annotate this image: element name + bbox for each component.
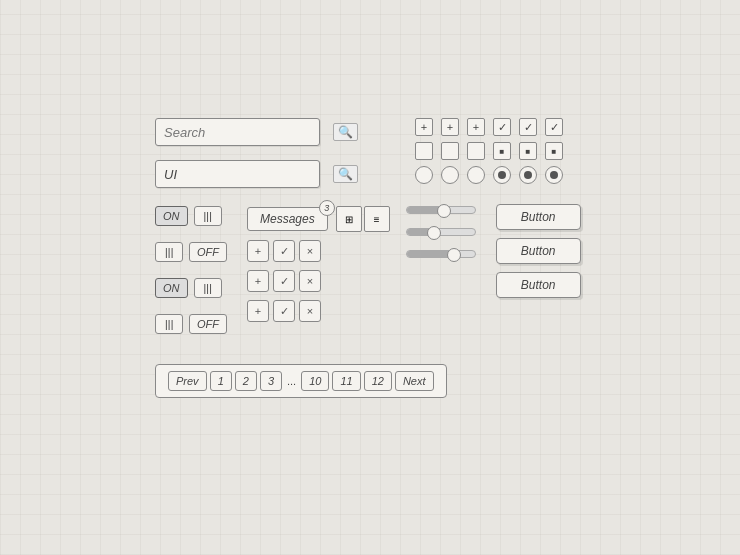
buttons-column: Button Button Button — [496, 204, 581, 298]
checkbox-row-1 — [415, 118, 567, 136]
checkbox-empty-1[interactable] — [415, 142, 433, 160]
toggle-row-3: ON ||| — [155, 278, 227, 298]
middle-row-2: + ✓ × — [247, 240, 390, 262]
search-input-wrapper[interactable]: 🔍 — [155, 118, 320, 146]
x-btn-2[interactable]: × — [299, 270, 321, 292]
action-btns-1: + ✓ × — [247, 240, 321, 262]
checkbox-plus-2[interactable] — [441, 118, 459, 136]
checkbox-empty-2[interactable] — [441, 142, 459, 160]
checkbox-row-2 — [415, 142, 567, 160]
main-container: 🔍 🔍 — [155, 118, 575, 398]
page-1[interactable]: 1 — [210, 371, 232, 391]
button-2[interactable]: Button — [496, 238, 581, 264]
search-icon-2[interactable]: 🔍 — [333, 165, 358, 183]
check-btn-3[interactable]: ✓ — [273, 300, 295, 322]
ui-input[interactable] — [164, 167, 333, 182]
toggle-off-4[interactable]: OFF — [189, 314, 227, 334]
page-ellipsis: ... — [285, 375, 298, 387]
x-btn-3[interactable]: × — [299, 300, 321, 322]
middle-section: Messages 3 ⊞ ≡ + ✓ × + ✓ — [247, 206, 390, 322]
x-btn-1[interactable]: × — [299, 240, 321, 262]
toggle-on-3[interactable]: ON — [155, 278, 188, 298]
action-btns-3: + ✓ × — [247, 300, 321, 322]
messages-label: Messages — [260, 212, 315, 226]
page-11[interactable]: 11 — [332, 371, 360, 391]
left-toggles: ON ||| ||| OFF ON ||| ||| OFF — [155, 206, 227, 342]
radio-dot-1[interactable] — [493, 166, 511, 184]
radio-empty-3[interactable] — [467, 166, 485, 184]
toggle-pipe-2[interactable]: ||| — [155, 242, 183, 262]
checkbox-plus-3[interactable] — [467, 118, 485, 136]
middle-row-1: Messages 3 ⊞ ≡ — [247, 206, 390, 232]
badge-count: 3 — [319, 200, 335, 216]
list-view-button[interactable]: ≡ — [364, 206, 390, 232]
search-icon[interactable]: 🔍 — [333, 123, 358, 141]
toggle-row-2: ||| OFF — [155, 242, 227, 262]
toggle-off-2[interactable]: OFF — [189, 242, 227, 262]
checkbox-sq-2[interactable] — [519, 142, 537, 160]
add-btn-3[interactable]: + — [247, 300, 269, 322]
checkbox-checked-1[interactable] — [493, 118, 511, 136]
middle-row-3: + ✓ × — [247, 270, 390, 292]
add-btn-1[interactable]: + — [247, 240, 269, 262]
row-inputs-checkboxes: 🔍 🔍 — [155, 118, 575, 196]
next-button[interactable]: Next — [395, 371, 434, 391]
checkbox-plus-1[interactable] — [415, 118, 433, 136]
checkbox-radio-section — [415, 118, 567, 184]
checkbox-sq-1[interactable] — [493, 142, 511, 160]
page-2[interactable]: 2 — [235, 371, 257, 391]
toggle-pipe-4[interactable]: ||| — [155, 314, 183, 334]
page-10[interactable]: 10 — [301, 371, 329, 391]
search-input[interactable] — [164, 125, 333, 140]
sliders-column — [406, 206, 476, 258]
radio-empty-1[interactable] — [415, 166, 433, 184]
radio-dot-3[interactable] — [545, 166, 563, 184]
button-3[interactable]: Button — [496, 272, 581, 298]
add-btn-2[interactable]: + — [247, 270, 269, 292]
ui-input-wrapper[interactable]: 🔍 — [155, 160, 320, 188]
radio-empty-2[interactable] — [441, 166, 459, 184]
messages-badge-button[interactable]: Messages 3 — [247, 207, 328, 231]
page-3[interactable]: 3 — [260, 371, 282, 391]
inputs-column: 🔍 🔍 — [155, 118, 320, 196]
row-controls: ON ||| ||| OFF ON ||| ||| OFF — [155, 206, 575, 342]
grid-view-button[interactable]: ⊞ — [336, 206, 362, 232]
middle-row-4: + ✓ × — [247, 300, 390, 322]
action-btns-2: + ✓ × — [247, 270, 321, 292]
radio-dot-2[interactable] — [519, 166, 537, 184]
checkbox-checked-3[interactable] — [545, 118, 563, 136]
toggle-row-1: ON ||| — [155, 206, 227, 226]
checkbox-sq-3[interactable] — [545, 142, 563, 160]
page-12[interactable]: 12 — [364, 371, 392, 391]
pagination: Prev 1 2 3 ... 10 11 12 Next — [155, 364, 447, 398]
checkbox-checked-2[interactable] — [519, 118, 537, 136]
radio-row — [415, 166, 567, 184]
toggle-on-1[interactable]: ON — [155, 206, 188, 226]
toggle-row-4: ||| OFF — [155, 314, 227, 334]
toggle-pipe-3[interactable]: ||| — [194, 278, 222, 298]
view-toggle-group: ⊞ ≡ — [336, 206, 390, 232]
prev-button[interactable]: Prev — [168, 371, 207, 391]
toggle-pipe-1[interactable]: ||| — [194, 206, 222, 226]
check-btn-1[interactable]: ✓ — [273, 240, 295, 262]
slider-3[interactable] — [406, 250, 476, 258]
slider-2[interactable] — [406, 228, 476, 236]
button-1[interactable]: Button — [496, 204, 581, 230]
checkbox-empty-3[interactable] — [467, 142, 485, 160]
slider-1[interactable] — [406, 206, 476, 214]
check-btn-2[interactable]: ✓ — [273, 270, 295, 292]
